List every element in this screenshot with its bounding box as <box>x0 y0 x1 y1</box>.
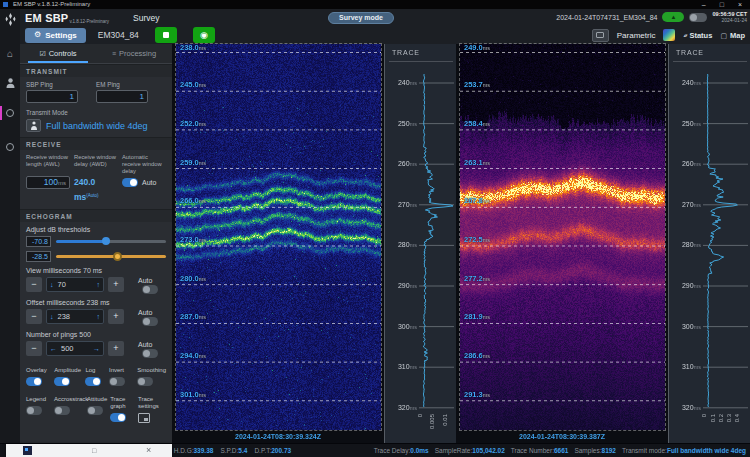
blue-threshold-slider[interactable] <box>56 240 166 243</box>
stepper-value-input[interactable]: ←500→ <box>46 341 104 356</box>
trace-y-tick: 260ms <box>387 160 417 168</box>
system-ok-badge[interactable]: ▲ <box>662 12 684 22</box>
transmit-section-header: TRANSMIT <box>20 64 172 77</box>
survey-mode-button[interactable]: Survey mode <box>328 12 394 24</box>
gear-icon: ⚙ <box>34 31 41 39</box>
stepper-label: Offset milliseconds 238 ms <box>26 299 166 306</box>
awd-value: 240.0 ms(Auto) <box>74 176 118 204</box>
auto-awd-toggle[interactable] <box>122 178 138 187</box>
trace-x-tick: 0.3 <box>726 414 733 422</box>
auto-toggle[interactable] <box>142 349 158 358</box>
updown-icon: ▴▾ <box>683 33 686 38</box>
stepper-value-input[interactable]: ↓238↑ <box>46 309 104 324</box>
maximize-icon[interactable]: □ <box>720 1 724 9</box>
trace-y-tick: 270ms <box>387 201 417 209</box>
minimize-icon[interactable]: – <box>702 1 706 9</box>
status-button[interactable]: ▴▾ Status <box>683 31 712 40</box>
echogram-axis-label: 294.0ms <box>180 352 206 360</box>
nav-survey[interactable]: Survey <box>133 13 159 23</box>
status-item: SampleRate:105,042.02 <box>435 447 505 454</box>
nav-rail: ⌂ <box>0 9 20 443</box>
colormap-icon[interactable] <box>663 29 675 41</box>
trace-panel-left[interactable]: TRACE 240ms250ms260ms270ms280ms290ms300m… <box>384 44 456 443</box>
echogram-right-canvas[interactable] <box>460 44 665 430</box>
trace-y-tick: 260ms <box>671 160 701 168</box>
echogram-right-timestamp: 2024-01-24T08:30:39.387Z <box>456 431 668 443</box>
toggle-smoothing[interactable] <box>137 377 153 386</box>
settings-button[interactable]: ⚙ Settings <box>25 28 86 43</box>
mini-window-close-icon[interactable]: × <box>146 444 151 457</box>
stop-button[interactable] <box>155 27 177 43</box>
toggle-overlay[interactable] <box>26 377 42 386</box>
decrement-button[interactable]: − <box>26 341 42 356</box>
status-item: Transmit mode:Full bandwidth wide 4deg <box>622 447 746 454</box>
floating-mini-window[interactable]: □ × <box>6 444 172 457</box>
record-button[interactable]: ◉ <box>193 27 215 43</box>
decrement-button[interactable]: − <box>26 277 42 292</box>
em-ping-input[interactable]: 1 <box>96 90 148 103</box>
threshold-sliders: -70.8-28.5 <box>26 236 166 262</box>
parametric-mode-button[interactable] <box>592 29 609 42</box>
echogram-right[interactable]: 249.0ms253.7ms258.4ms263.1ms267.8ms272.5… <box>456 44 668 443</box>
threshold-low-input[interactable]: -28.5 <box>26 251 51 262</box>
echogram-left-canvas[interactable] <box>176 44 381 430</box>
stepper-suffix-icon[interactable]: → <box>93 345 100 352</box>
tab-processing[interactable]: ≡ Processing <box>96 44 172 63</box>
toggle-legend[interactable] <box>26 406 42 415</box>
toggle-log[interactable] <box>85 377 101 386</box>
trace-x-tick: 0.1 <box>710 414 717 422</box>
toggle-row-1: OverlayAmplitudeLogInvertSmoothing <box>20 367 172 386</box>
transmit-mode-icon[interactable] <box>26 119 41 132</box>
map-button[interactable]: ▢ Map <box>720 31 745 40</box>
trace-right-title: TRACE <box>676 49 704 56</box>
increment-button[interactable]: + <box>108 277 124 292</box>
mini-window-app-icon <box>23 446 32 455</box>
header-toggle[interactable] <box>689 13 707 22</box>
trace-x-tick: 0.2 <box>718 414 725 422</box>
echogram-axis-label: 245.0ms <box>180 81 206 89</box>
status-item: Samples:8192 <box>574 447 616 454</box>
sbp-ping-input[interactable]: 1 <box>26 90 78 103</box>
decrement-button[interactable]: − <box>26 309 42 324</box>
warning-icon: ▲ <box>670 14 676 20</box>
trace-y-tick: 290ms <box>387 282 417 290</box>
toggle-label: Smoothing <box>137 367 166 374</box>
tab-controls[interactable]: ☑ Controls <box>20 44 96 63</box>
toggle-trace-graph[interactable] <box>110 413 126 422</box>
awl-input[interactable]: 100ms <box>26 176 70 189</box>
stepper-suffix-icon[interactable]: ↑ <box>97 281 101 288</box>
trace-panel-right[interactable]: TRACE 240ms250ms260ms270ms280ms290ms300m… <box>668 44 750 443</box>
echogram-axis-label: 253.7ms <box>464 81 490 89</box>
home-icon[interactable]: ⌂ <box>0 45 20 61</box>
auto-toggle[interactable] <box>142 317 158 326</box>
view-circle-1-active[interactable] <box>0 105 20 121</box>
stepper-prefix-icon[interactable]: ← <box>50 345 57 352</box>
threshold-high-input[interactable]: -70.8 <box>26 236 51 247</box>
toggle-amplitude[interactable] <box>54 377 70 386</box>
window-title: EM SBP v.1.8.12-Preliminary <box>13 0 90 9</box>
slider-thumb[interactable] <box>113 252 122 261</box>
trace-settings-icon[interactable] <box>138 413 150 423</box>
toggle-accrosstrack[interactable] <box>54 406 70 415</box>
view-circle-2[interactable] <box>0 139 20 155</box>
parametric-label: Parametric <box>617 31 656 40</box>
transducer-icon[interactable] <box>0 75 20 91</box>
transmit-mode-value[interactable]: Full bandwidth wide 4deg <box>46 121 148 131</box>
auto-awd-label: Automatic receive window delay <box>122 154 166 176</box>
trace-x-tick: 0 <box>701 414 708 417</box>
echogram-axis-label: 301.0ms <box>180 391 206 399</box>
toggle-invert[interactable] <box>109 377 125 386</box>
close-icon[interactable]: × <box>738 1 742 9</box>
mini-window-restore-icon[interactable]: □ <box>92 444 96 457</box>
increment-button[interactable]: + <box>108 341 124 356</box>
stepper-suffix-icon[interactable]: ↑ <box>97 313 101 320</box>
increment-button[interactable]: + <box>108 309 124 324</box>
auto-toggle[interactable] <box>142 285 158 294</box>
echogram-left[interactable]: 238.0ms245.0ms252.0ms259.0ms266.0ms273.0… <box>172 44 384 443</box>
toggle-label: Overlay <box>26 367 54 374</box>
toggle-attitude[interactable] <box>87 406 103 415</box>
orange-threshold-slider[interactable] <box>56 255 166 258</box>
stepper-value-input[interactable]: ↓70↑ <box>46 277 104 292</box>
echogram-axis-label: 281.9ms <box>464 313 490 321</box>
slider-thumb[interactable] <box>102 237 110 245</box>
